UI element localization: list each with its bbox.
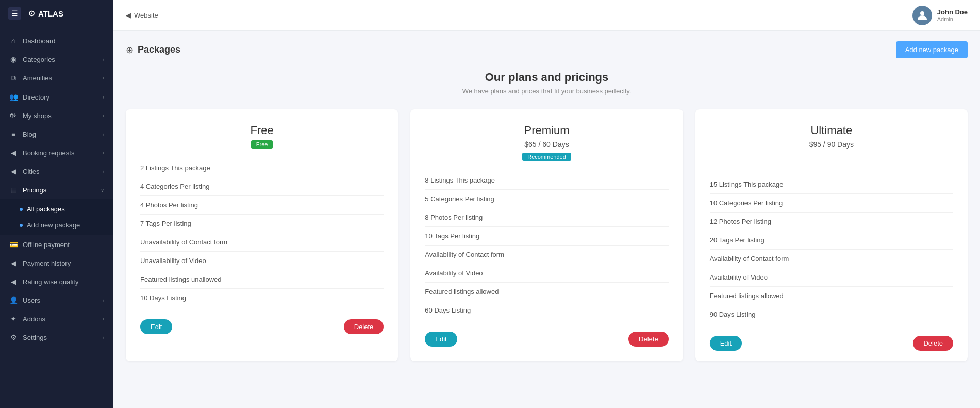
sidebar-item-pricings[interactable]: ▤ Pricings ∨: [0, 181, 113, 199]
sidebar-item-offline-payment[interactable]: 💳 Offline payment: [0, 235, 113, 254]
chevron-right-icon: ›: [103, 113, 104, 119]
rating-quality-icon: ◀: [9, 278, 18, 286]
plans-subtitle: We have plans and prices that fit your b…: [126, 87, 968, 95]
feature-item: Unavailability of Video: [140, 252, 384, 270]
svg-point-0: [920, 11, 924, 15]
page-header: ⊕ Packages Add new package: [126, 41, 968, 58]
feature-item: Availability of Video: [710, 268, 953, 287]
payment-history-icon: ◀: [9, 259, 18, 267]
sidebar-nav: ⌂ Dashboard ◉ Categories › ⧉ Amenities ›…: [0, 27, 113, 408]
sidebar-item-my-shops[interactable]: 🛍 My shops ›: [0, 106, 113, 125]
dashboard-icon: ⌂: [9, 37, 18, 45]
users-icon: 👤: [9, 296, 18, 304]
package-name-premium: Premium: [425, 124, 668, 137]
sidebar-item-users[interactable]: 👤 Users ›: [0, 291, 113, 309]
avatar: [912, 6, 932, 25]
chevron-right-icon: ›: [103, 75, 104, 81]
feature-item: 8 Photos Per listing: [425, 208, 668, 227]
chevron-right-icon: ›: [103, 298, 104, 303]
sidebar-subitem-add-package[interactable]: Add new package: [0, 217, 113, 233]
logo-icon: ⊙: [28, 9, 35, 18]
main-area: ◀ Website John Doe Admin ⊕ Packages Add …: [113, 0, 980, 408]
pricings-icon: ▤: [9, 186, 18, 194]
sidebar-item-directory[interactable]: 👥 Directory ›: [0, 88, 113, 106]
sidebar-item-categories[interactable]: ◉ Categories ›: [0, 50, 113, 69]
feature-item: 7 Tags Per listing: [140, 215, 384, 233]
sidebar-item-rating-wise-quality[interactable]: ◀ Rating wise quality: [0, 272, 113, 291]
card-actions-free: Edit Delete: [140, 319, 384, 334]
card-actions-premium: Edit Delete: [425, 332, 668, 347]
edit-free-button[interactable]: Edit: [140, 319, 172, 334]
package-badge-free: Free: [140, 140, 384, 149]
sidebar-item-amenities[interactable]: ⧉ Amenities ›: [0, 69, 113, 88]
feature-list-ultimate: 15 Listings This package 10 Categories P…: [710, 175, 953, 323]
cities-icon: ◀: [9, 167, 18, 175]
user-profile: John Doe Admin: [912, 6, 968, 25]
page-title-wrap: ⊕ Packages: [126, 44, 180, 56]
feature-item: 15 Listings This package: [710, 175, 953, 194]
pricings-submenu: All packages Add new package: [0, 199, 113, 235]
subitem-label: Add new package: [27, 221, 80, 229]
feature-list-free: 2 Listings This package 4 Categories Per…: [140, 159, 384, 307]
edit-ultimate-button[interactable]: Edit: [710, 336, 742, 351]
delete-premium-button[interactable]: Delete: [628, 332, 669, 347]
card-actions-ultimate: Edit Delete: [710, 336, 953, 351]
edit-premium-button[interactable]: Edit: [425, 332, 457, 347]
addons-icon: ✦: [9, 315, 18, 323]
feature-item: Unavailability of Contact form: [140, 233, 384, 252]
sidebar-item-booking-requests[interactable]: ◀ Booking requests ›: [0, 143, 113, 162]
booking-requests-icon: ◀: [9, 149, 18, 157]
feature-item: 4 Categories Per listing: [140, 177, 384, 196]
sidebar-item-label: Amenities: [23, 74, 52, 82]
topbar: ◀ Website John Doe Admin: [113, 0, 980, 31]
offline-payment-icon: 💳: [9, 240, 18, 249]
delete-free-button[interactable]: Delete: [344, 319, 384, 334]
sidebar-subitem-all-packages[interactable]: All packages: [0, 201, 113, 217]
package-badge-ultimate: [710, 153, 953, 165]
feature-item: 5 Categories Per listing: [425, 190, 668, 208]
feature-item: Availability of Contact form: [710, 250, 953, 268]
package-name-ultimate: Ultimate: [710, 124, 953, 137]
categories-icon: ◉: [9, 55, 18, 63]
feature-item: Featured listings allowed: [710, 287, 953, 305]
sidebar-item-settings[interactable]: ⚙ Settings ›: [0, 328, 113, 347]
sidebar-item-label: Dashboard: [23, 37, 56, 45]
breadcrumb-text: Website: [134, 11, 158, 19]
sidebar-item-label: Settings: [23, 334, 47, 341]
settings-icon: ⚙: [9, 333, 18, 341]
feature-item: 12 Photos Per listing: [710, 213, 953, 231]
feature-item: 60 Days Listing: [425, 301, 668, 319]
sidebar-item-label: My shops: [23, 112, 52, 120]
chevron-right-icon: ›: [103, 132, 104, 137]
sidebar-item-label: Directory: [23, 93, 49, 101]
chevron-right-icon: ›: [103, 57, 104, 62]
sidebar-logo: ⊙ ATLAS: [28, 9, 63, 18]
sidebar-item-label: Offline payment: [23, 241, 70, 249]
sidebar-item-addons[interactable]: ✦ Addons ›: [0, 309, 113, 328]
sidebar-item-label: Addons: [23, 315, 45, 323]
recommended-badge: Recommended: [522, 153, 571, 161]
feature-item: 2 Listings This package: [140, 159, 384, 177]
delete-ultimate-button[interactable]: Delete: [913, 336, 953, 351]
sidebar-item-payment-history[interactable]: ◀ Payment history: [0, 254, 113, 272]
feature-item: 20 Tags Per listing: [710, 231, 953, 250]
breadcrumb: ◀ Website: [126, 11, 158, 19]
add-new-package-button[interactable]: Add new package: [896, 41, 968, 58]
plans-title: Our plans and pricings: [126, 71, 968, 84]
sidebar-item-label: Pricings: [23, 186, 46, 194]
hamburger-button[interactable]: ☰: [8, 7, 21, 20]
feature-item: 90 Days Listing: [710, 305, 953, 323]
sidebar-item-cities[interactable]: ◀ Cities ›: [0, 162, 113, 181]
my-shops-icon: 🛍: [9, 111, 18, 120]
package-name-free: Free: [140, 124, 384, 137]
sidebar-item-dashboard[interactable]: ⌂ Dashboard: [0, 31, 113, 50]
sidebar-item-blog[interactable]: ≡ Blog ›: [0, 125, 113, 143]
package-card-free: Free Free 2 Listings This package 4 Cate…: [126, 109, 398, 361]
dot-icon: [20, 224, 23, 227]
feature-item: 4 Photos Per listing: [140, 196, 384, 215]
sidebar-item-label: Rating wise quality: [23, 278, 78, 286]
blog-icon: ≡: [9, 130, 18, 138]
sidebar-header: ☰ ⊙ ATLAS: [0, 0, 113, 27]
package-price-premium: $65 / 60 Days: [425, 140, 668, 149]
chevron-right-icon: ›: [103, 335, 104, 340]
